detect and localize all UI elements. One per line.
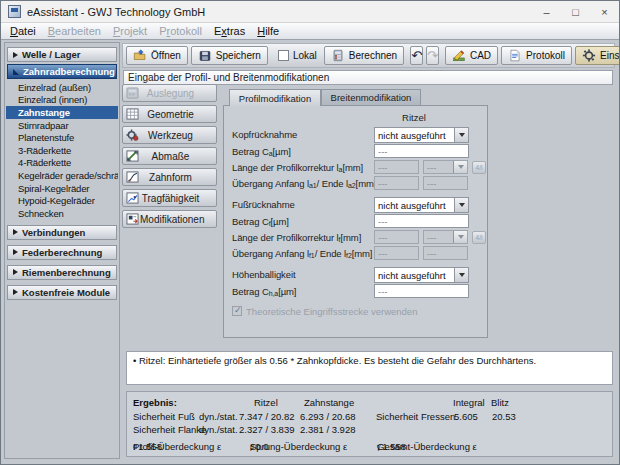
kopfruecknahme-select[interactable]: nicht ausgeführt xyxy=(374,127,469,143)
open-folder-icon xyxy=(133,49,147,62)
menu-extras[interactable]: Extras xyxy=(208,24,251,38)
protocol-document-icon xyxy=(508,49,522,62)
module-button-zahnform[interactable]: Zahnform xyxy=(122,168,217,186)
hoehenballigkeit-value: nicht ausgeführt xyxy=(378,270,446,281)
hoehenballigkeit-label: Höhenballigkeit xyxy=(232,267,295,281)
sidebar-item-hypoid-kegelraeder[interactable]: Hypoid-Kegelräder xyxy=(6,194,118,207)
module-button-label: Abmaße xyxy=(140,151,201,162)
module-button-tragfaehigkeit[interactable]: Tragfähigkeit xyxy=(122,189,217,207)
cad-pencil-icon xyxy=(452,49,466,62)
fussruecknahme-select[interactable]: nicht ausgeführt xyxy=(374,197,469,213)
save-button[interactable]: Speichern xyxy=(191,46,268,65)
minimize-button[interactable]: – xyxy=(532,1,561,22)
chevron-right-icon xyxy=(13,269,18,275)
sidebar-group-welle-lager[interactable]: Welle / Lager xyxy=(7,47,117,62)
chevron-right-icon xyxy=(13,289,18,295)
results-panel: Ergebnis: Ritzel Zahnstange Integral Bli… xyxy=(126,391,613,457)
laenge-la-select: --- xyxy=(423,160,468,174)
module-button-abmasse[interactable]: Abmaße xyxy=(122,147,217,165)
sidebar-group-zahnradberechnung[interactable]: Zahnradberechnung xyxy=(7,64,117,79)
uebergang-lf2-input: --- xyxy=(423,246,468,260)
cad-button[interactable]: CAD xyxy=(445,46,498,65)
result-zahnstange-value: 2.381 / 3.928 xyxy=(300,424,355,435)
open-button[interactable]: Öffnen xyxy=(126,46,188,65)
uebergang-la2-input: --- xyxy=(423,176,468,190)
window-title: eAssistant - GWJ Technology GmbH xyxy=(27,6,205,18)
sidebar-item-stirnradpaar[interactable]: Stirnradpaar xyxy=(6,119,118,132)
module-button-label: Zahnform xyxy=(140,172,201,183)
betrag-ca-input[interactable]: --- xyxy=(374,144,469,158)
result-ritzel-value: 2.327 / 3.839 xyxy=(239,424,294,435)
sidebar-item-einzelrad-innen[interactable]: Einzelrad (innen) xyxy=(6,94,118,107)
chevron-down-icon[interactable] xyxy=(454,198,468,212)
uebergang-la-label: Übergang Anfang la1 / Ende la2 [mm] xyxy=(232,176,376,190)
module-buttons: Auslegung Geometrie Werkzeug Abmaße Zahn… xyxy=(122,84,217,228)
chevron-down-icon[interactable] xyxy=(454,268,468,282)
module-button-modifikationen[interactable]: Modifikationen xyxy=(122,210,217,228)
result-row-label: Sicherheit Flanke xyxy=(133,424,206,435)
result-zahnstange-value: 6.293 / 20.68 xyxy=(300,411,355,422)
undo-icon: ↶ xyxy=(411,49,422,62)
redo-button: ↷ xyxy=(426,46,439,65)
menu-datei[interactable]: Datei xyxy=(4,24,42,38)
module-button-auslegung: Auslegung xyxy=(122,84,217,102)
results-header-blitz: Blitz xyxy=(491,397,509,408)
warning-message: • Ritzel: Einhärtetiefe größer als 0.56 … xyxy=(133,355,536,366)
sidebar-item-einzelrad-aussen[interactable]: Einzelrad (außen) xyxy=(6,81,118,94)
sidebar-item-planetenstufe[interactable]: Planetenstufe xyxy=(6,131,118,144)
status-text: Eingabe der Profil- und Breitenmodifikat… xyxy=(128,72,329,83)
module-button-label: Geometrie xyxy=(140,109,201,120)
chevron-down-icon[interactable] xyxy=(454,128,468,142)
close-button[interactable]: × xyxy=(590,1,619,22)
protokoll-button[interactable]: Protokoll xyxy=(501,46,572,65)
sidebar-group-verbindungen[interactable]: Verbindungen xyxy=(7,225,117,240)
close-icon: × xyxy=(601,6,607,18)
uebergang-lf1-input: --- xyxy=(374,246,419,260)
undo-button[interactable]: ↶ xyxy=(410,46,423,65)
menu-hilfe[interactable]: Hilfe xyxy=(251,24,285,38)
sidebar-group-riemenberechnung[interactable]: Riemenberechnung xyxy=(7,265,117,280)
module-button-geometrie[interactable]: Geometrie xyxy=(122,105,217,123)
betrag-cha-input[interactable]: --- xyxy=(374,284,469,298)
result-integral-value: 5.605 xyxy=(454,411,478,422)
fussruecknahme-value: nicht ausgeführt xyxy=(378,200,446,211)
chevron-down-icon xyxy=(453,231,467,243)
sidebar-item-3-raederkette[interactable]: 3-Räderkette xyxy=(6,144,118,157)
abmasse-caliper-icon xyxy=(125,149,140,163)
sidebar-group-federberechnung[interactable]: Federberechnung xyxy=(7,245,117,260)
hoehenballigkeit-select[interactable]: nicht ausgeführt xyxy=(374,267,469,283)
calculate-button[interactable]: Berechnen xyxy=(324,46,404,65)
tab-breitenmodifikation[interactable]: Breitenmodifikation xyxy=(321,89,421,105)
chevron-down-icon xyxy=(453,161,467,173)
message-box: • Ritzel: Einhärtetiefe größer als 0.56 … xyxy=(126,351,613,385)
menu-protokoll: Protokoll xyxy=(153,24,208,38)
title-bar: eAssistant - GWJ Technology GmbH – □ × xyxy=(1,1,619,23)
local-checkbox-label: Lokal xyxy=(293,50,317,61)
sidebar-group-kostenfreie-module[interactable]: Kostenfreie Module xyxy=(7,285,117,300)
checkbox-box xyxy=(232,306,242,316)
settings-button[interactable]: Einstellungen xyxy=(575,46,620,65)
tab-profilmodifikation[interactable]: Profilmodifikation xyxy=(229,89,321,106)
sidebar-item-spiral-kegelraeder[interactable]: Spiral-Kegelräder xyxy=(6,182,118,195)
app-icon xyxy=(8,5,21,18)
sidebar-item-4-raederkette[interactable]: 4-Räderkette xyxy=(6,157,118,170)
betrag-cf-input[interactable]: --- xyxy=(374,214,469,228)
sidebar-group-items: Einzelrad (außen) Einzelrad (innen) Zahn… xyxy=(6,81,118,220)
laenge-lf-select: --- xyxy=(423,230,468,244)
sidebar-item-zahnstange[interactable]: Zahnstange xyxy=(6,106,118,119)
sidebar-item-kegelraeder[interactable]: Kegelräder gerade/schräg xyxy=(6,169,118,182)
results-header-zahnstange: Zahnstange xyxy=(304,397,354,408)
local-checkbox-box[interactable] xyxy=(278,50,289,61)
cad-button-label: CAD xyxy=(470,50,491,61)
chevron-expanded-icon xyxy=(13,69,19,75)
maximize-icon: □ xyxy=(572,6,579,18)
sidebar-item-schnecken[interactable]: Schnecken xyxy=(6,207,118,220)
maximize-button[interactable]: □ xyxy=(561,1,590,22)
open-button-label: Öffnen xyxy=(151,50,181,61)
calculator-icon xyxy=(331,49,345,62)
module-button-label: Tragfähigkeit xyxy=(140,193,201,204)
menu-bearbeiten: Bearbeiten xyxy=(42,24,107,38)
module-button-werkzeug[interactable]: Werkzeug xyxy=(122,126,217,144)
local-checkbox[interactable]: Lokal xyxy=(274,50,321,61)
module-button-label: Modifikationen xyxy=(140,214,204,225)
